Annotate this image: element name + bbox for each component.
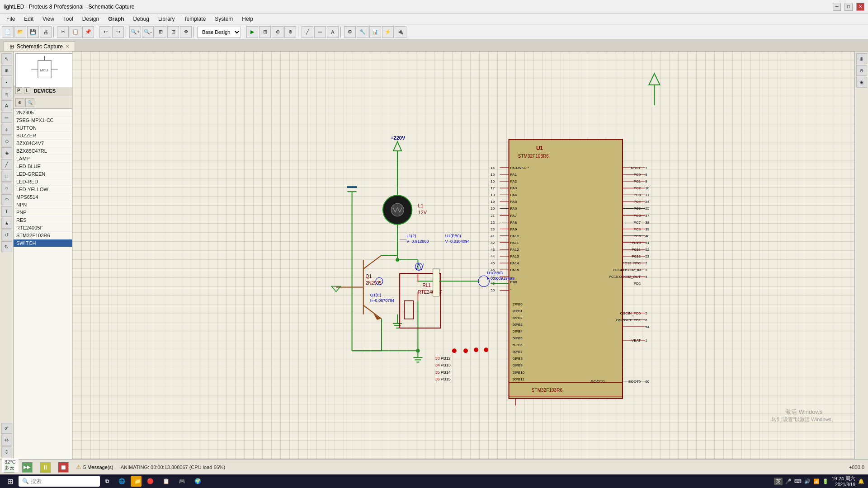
taskview-button[interactable]: ⧉: [102, 475, 113, 487]
taskbar-search-box[interactable]: 🔍: [19, 476, 100, 487]
rt-btn2[interactable]: ⊖: [856, 65, 867, 76]
ime-indicator[interactable]: 英: [774, 478, 783, 485]
comp-item[interactable]: BUTTON: [14, 124, 72, 132]
battery-icon[interactable]: 🔋: [822, 479, 829, 484]
app-btn3[interactable]: 🌍: [191, 475, 205, 487]
search-input[interactable]: [31, 478, 85, 484]
menu-tool[interactable]: Tool: [59, 15, 78, 23]
comp-item[interactable]: MPS6514: [14, 193, 72, 201]
port-tool[interactable]: ◇: [1, 136, 12, 146]
file-explorer-button[interactable]: 📁: [131, 476, 142, 487]
wire-label-tool[interactable]: ≡: [1, 89, 12, 99]
speaker-icon[interactable]: 🔊: [804, 479, 811, 484]
app-btn2[interactable]: 🎮: [175, 475, 189, 487]
menu-template[interactable]: Template: [179, 15, 211, 23]
print-button[interactable]: 🖨: [40, 26, 52, 38]
network-icon[interactable]: 📶: [813, 479, 820, 484]
component-tool[interactable]: ⊕: [1, 65, 12, 76]
menu-debug[interactable]: Debug: [129, 15, 154, 23]
canvas-area[interactable]: +220V: [72, 52, 854, 459]
new-button[interactable]: 📄: [2, 26, 14, 38]
hier-tool[interactable]: ◈: [1, 147, 12, 158]
zoom-fit-button[interactable]: ⊞: [155, 26, 166, 38]
stop-button[interactable]: ⏹: [58, 462, 69, 473]
schematic-canvas[interactable]: +220V: [72, 52, 854, 459]
notification-icon[interactable]: 🔔: [858, 479, 864, 484]
draw-line-tool[interactable]: ╱: [1, 159, 12, 170]
comp-item[interactable]: STM32F103R6: [14, 232, 72, 239]
comp-item[interactable]: BZX85C47RL: [14, 147, 72, 155]
rotate-left-tool[interactable]: ↺: [1, 230, 12, 240]
close-button[interactable]: ✕: [856, 3, 864, 11]
step-button[interactable]: ▶▶: [22, 462, 33, 473]
design-selector[interactable]: Base Design: [197, 27, 241, 38]
flip-v-tool[interactable]: ⇕: [1, 446, 12, 457]
open-button[interactable]: 📂: [14, 26, 26, 38]
comp-item[interactable]: BUZZER: [14, 132, 72, 140]
text-tool[interactable]: A: [1, 100, 12, 111]
cut-button[interactable]: ✂: [57, 26, 69, 38]
menu-system[interactable]: System: [210, 15, 237, 23]
zoom-area-button[interactable]: ⊡: [167, 26, 179, 38]
comp-item[interactable]: PNP: [14, 209, 72, 216]
app-btn1[interactable]: 📋: [159, 475, 173, 487]
chrome-button[interactable]: 🔴: [143, 475, 157, 487]
menu-design[interactable]: Design: [78, 15, 104, 23]
copy-button[interactable]: 📋: [70, 26, 81, 38]
junction-tool[interactable]: •: [1, 77, 12, 88]
label-button[interactable]: A: [327, 26, 339, 38]
message-count[interactable]: 5 Message(s): [83, 465, 113, 470]
tab-schematic[interactable]: ⊞ Schematic Capture ✕: [4, 41, 75, 51]
bus-button[interactable]: ═: [314, 26, 326, 38]
redo-button[interactable]: ↪: [112, 26, 124, 38]
menu-edit[interactable]: Edit: [19, 15, 38, 23]
comp-search-btn[interactable]: 🔍: [25, 98, 34, 107]
menu-graph[interactable]: Graph: [104, 15, 128, 23]
start-button[interactable]: ⊞: [4, 475, 17, 487]
comp-item[interactable]: LED-YELLOW: [14, 186, 72, 193]
rt-btn1[interactable]: ⊕: [856, 53, 867, 64]
p-button[interactable]: P: [15, 87, 22, 94]
draw-circle-tool[interactable]: ○: [1, 183, 12, 193]
snap-button[interactable]: ⊛: [284, 26, 296, 38]
draw-rect-tool[interactable]: □: [1, 171, 12, 182]
tools-btn3[interactable]: 📊: [369, 26, 381, 38]
draw-arc-tool[interactable]: ◠: [1, 194, 12, 205]
place-symbol-tool[interactable]: ★: [1, 218, 12, 229]
bus-tool[interactable]: ═: [1, 112, 12, 123]
origin-button[interactable]: ⊕: [272, 26, 283, 38]
tools-btn4[interactable]: ⚡: [382, 26, 394, 38]
comp-item[interactable]: 2N2905: [14, 109, 72, 117]
zoom-in-button[interactable]: 🔍+: [129, 26, 141, 38]
comp-item[interactable]: RES: [14, 216, 72, 224]
save-button[interactable]: 💾: [27, 26, 39, 38]
run-sim-button[interactable]: ▶: [246, 26, 258, 38]
flip-h-tool[interactable]: ⇔: [1, 435, 12, 446]
comp-item[interactable]: LAMP: [14, 155, 72, 163]
comp-item[interactable]: LED-GREEN: [14, 170, 72, 178]
place-text-tool[interactable]: T: [1, 206, 12, 217]
comp-item[interactable]: BZX84C4V7: [14, 140, 72, 147]
menu-file[interactable]: File: [2, 15, 19, 23]
tools-btn5[interactable]: 🔌: [395, 26, 406, 38]
zoom-out-button[interactable]: 🔍-: [142, 26, 154, 38]
mic-icon[interactable]: 🎤: [785, 479, 792, 484]
comp-item[interactable]: RTE24005F: [14, 224, 72, 232]
rt-btn3[interactable]: ⊞: [856, 77, 867, 88]
comp-item-switch[interactable]: SWITCH: [14, 239, 72, 247]
menu-library[interactable]: Library: [154, 15, 179, 23]
wire-button[interactable]: ╱: [302, 26, 313, 38]
power-tool[interactable]: ⏚: [1, 124, 12, 135]
select-tool[interactable]: ↖: [1, 53, 12, 64]
comp-item[interactable]: NPN: [14, 201, 72, 209]
pan-button[interactable]: ✥: [180, 26, 192, 38]
edge-button[interactable]: 🌐: [115, 475, 129, 487]
menu-help[interactable]: Help: [237, 15, 258, 23]
paste-button[interactable]: 📌: [82, 26, 94, 38]
rotate-right-tool[interactable]: ↻: [1, 241, 12, 252]
comp-item[interactable]: LED-RED: [14, 178, 72, 186]
comp-item[interactable]: LED-BLUE: [14, 163, 72, 170]
l-button[interactable]: L: [24, 87, 30, 94]
comp-item[interactable]: 7SEG-MPX1-CC: [14, 117, 72, 124]
grid-button[interactable]: ⊞: [259, 26, 271, 38]
